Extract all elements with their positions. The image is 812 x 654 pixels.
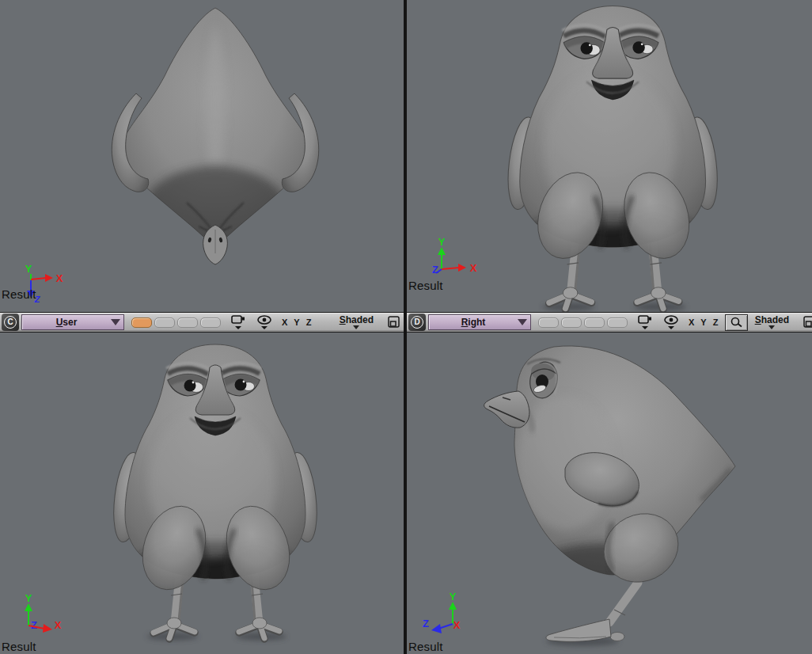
zoom-tool-button[interactable] (725, 314, 748, 331)
resize-viewport-icon (803, 315, 812, 329)
rendered-model-user-view (0, 333, 404, 654)
chevron-down-icon (768, 325, 775, 329)
viewport-letter-badge: D (411, 316, 423, 329)
status-result-label: Result (2, 640, 36, 653)
eye-icon-button[interactable] (662, 314, 680, 331)
camera-icon (636, 314, 654, 331)
eye-icon (662, 314, 680, 331)
axis-x-button[interactable]: X (689, 317, 694, 327)
viewport-toolbar-d: D Right X Y (407, 312, 812, 333)
chevron-down-icon (111, 319, 120, 325)
camera-icon (230, 314, 247, 331)
memo-cam-group (538, 317, 628, 328)
memo-cam-group (131, 317, 221, 328)
viewport-letter-button[interactable]: D (408, 314, 426, 331)
memo-cam-slot[interactable] (538, 317, 559, 328)
rendered-model-right-view (407, 333, 812, 654)
axis-y-button[interactable]: Y (700, 317, 706, 327)
memo-cam-slot[interactable] (200, 317, 221, 328)
axis-toggle-group: X Y Z (282, 317, 311, 327)
resize-viewport-icon (387, 315, 401, 329)
camera-view-dropdown[interactable]: Right (428, 314, 531, 330)
memo-cam-slot[interactable] (607, 317, 628, 328)
status-result-label: Result (408, 640, 443, 653)
rendered-model-top-view (0, 0, 404, 312)
status-result-label: Result (408, 279, 443, 292)
viewport-canvas-bottom-right[interactable]: Y Z X Result (407, 333, 812, 654)
camera-view-dropdown[interactable]: User (21, 314, 124, 330)
axis-z-button[interactable]: Z (713, 317, 719, 327)
viewport-letter-badge: C (4, 316, 17, 329)
camera-view-label: User (22, 317, 111, 328)
camera-icon-button[interactable] (230, 314, 247, 331)
eye-icon-button[interactable] (256, 314, 273, 331)
display-mode-label: Shaded (755, 315, 789, 325)
axis-x-button[interactable]: X (282, 317, 287, 327)
memo-cam-slot[interactable] (584, 317, 605, 328)
resize-viewport-button[interactable] (386, 314, 402, 330)
viewport-canvas-bottom-left[interactable]: Y Z X Result (0, 333, 404, 654)
resize-viewport-button[interactable] (802, 314, 812, 330)
camera-view-label: Right (429, 317, 518, 328)
memo-cam-slot[interactable] (561, 317, 582, 328)
status-result-label: Result (2, 287, 36, 301)
axis-y-button[interactable]: Y (294, 317, 299, 327)
camera-icon-button[interactable] (636, 314, 654, 331)
viewport-canvas-top-right[interactable]: Y X Z Result (407, 0, 812, 312)
display-mode-dropdown[interactable]: Shaded (340, 315, 374, 329)
xsi-quad-viewport-window: Y X Z Result Y X Z Result C (0, 0, 812, 654)
axis-toggle-group: X Y Z (689, 317, 718, 327)
display-mode-label: Shaded (340, 315, 374, 325)
viewport-toolbar-c: C User X Y (0, 312, 404, 333)
viewport-canvas-top-left[interactable]: Y X Z Result (0, 0, 404, 312)
chevron-down-icon (353, 325, 359, 329)
memo-cam-slot[interactable] (154, 317, 175, 328)
magnifier-icon (730, 316, 744, 329)
memo-cam-slot[interactable] (131, 317, 152, 328)
eye-icon (256, 314, 273, 331)
viewport-letter-button[interactable]: C (2, 314, 19, 331)
chevron-down-icon (518, 319, 527, 325)
rendered-model-front-view (407, 0, 812, 312)
axis-z-button[interactable]: Z (306, 317, 312, 327)
display-mode-dropdown[interactable]: Shaded (755, 315, 789, 329)
memo-cam-slot[interactable] (177, 317, 198, 328)
